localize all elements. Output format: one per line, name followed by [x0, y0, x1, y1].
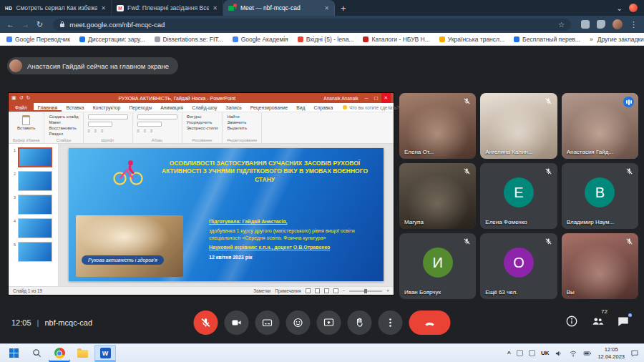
ribbon-button[interactable]: Упорядочить	[187, 120, 218, 125]
end-call-button[interactable]	[409, 310, 451, 335]
browser-tab-1[interactable]: HD Смотреть сериал Как избежать ✕	[0, 0, 112, 16]
redo-icon[interactable]: ↻	[26, 95, 31, 101]
browser-tab-2[interactable]: M Fwd: Пленарні засідання Всеук ✕	[112, 0, 223, 16]
slide-thumbnail[interactable]: 1	[11, 147, 55, 167]
browser-tab-meet[interactable]: Meet — nbf-mcqc-cad ✕	[223, 0, 335, 16]
participant-tile[interactable]: Анастасия Гайд...	[562, 93, 638, 159]
bookmark-item[interactable]: Бесплатный перев...	[514, 36, 580, 43]
zoom-in-icon[interactable]: +	[386, 288, 389, 293]
tray-app-icon[interactable]	[529, 350, 535, 356]
reload-icon[interactable]: ↻	[36, 21, 43, 29]
forward-icon[interactable]: →	[21, 21, 29, 29]
hidden-icons-chevron[interactable]: ^	[507, 350, 511, 357]
ribbon-control[interactable]	[137, 122, 162, 127]
tell-me-box[interactable]: Что вы хотите сделать?	[343, 103, 399, 112]
undo-icon[interactable]: ↺	[19, 95, 24, 101]
minimize-icon[interactable]: ─	[362, 93, 371, 103]
ribbon-button[interactable]: Макет	[49, 120, 78, 125]
participant-tile[interactable]: Ангелина Калин...	[480, 93, 557, 159]
ppt-ribbon-tab[interactable]: Запись	[221, 103, 245, 112]
bookmark-star-icon[interactable]: ☆	[558, 21, 565, 29]
ppt-ribbon-tab[interactable]: Рецензирование	[246, 103, 292, 112]
taskbar-chrome-button[interactable]	[49, 345, 70, 362]
taskbar-clock[interactable]: 12:05 12.04.2023	[597, 346, 625, 361]
normal-view-icon[interactable]	[306, 288, 311, 293]
bookmark-item[interactable]: Вхідні (5) - lena...	[298, 36, 354, 43]
close-tab-icon[interactable]: ✕	[324, 5, 329, 11]
bookmark-item[interactable]: Українська трансл...	[439, 36, 504, 43]
ribbon-button[interactable]: Заменить	[227, 120, 257, 125]
zoom-slider[interactable]	[349, 290, 382, 292]
ppt-ribbon-tab[interactable]: Слайд-шоу	[187, 103, 221, 112]
profile-avatar[interactable]	[613, 19, 623, 29]
browser-menu-icon[interactable]: ⋮	[630, 20, 638, 29]
ppt-ribbon-tab[interactable]: Файл	[9, 103, 34, 112]
ribbon-button[interactable]: Выделить	[227, 126, 257, 131]
participants-button[interactable]: 72	[591, 315, 604, 328]
camera-button[interactable]	[225, 310, 249, 335]
ribbon-control[interactable]	[137, 114, 177, 119]
chat-button[interactable]	[617, 315, 630, 328]
language-indicator[interactable]: UK	[541, 350, 550, 356]
tab-search-chevron-icon[interactable]: ⌄	[617, 4, 623, 12]
reading-view-icon[interactable]	[324, 288, 329, 293]
notes-button[interactable]: Заметки	[253, 288, 270, 293]
action-center-icon[interactable]	[630, 349, 639, 358]
ribbon-button[interactable]: Вставить	[13, 114, 39, 131]
slide-sorter-icon[interactable]	[315, 288, 320, 293]
participant-tile[interactable]: Магупа	[399, 163, 476, 229]
ribbon-control[interactable]	[88, 114, 128, 119]
present-screen-button[interactable]	[317, 310, 341, 335]
new-tab-button[interactable]: +	[341, 3, 346, 14]
raise-hand-button[interactable]	[348, 310, 372, 335]
ppt-ribbon-tab[interactable]: Справка	[310, 103, 338, 112]
ribbon-button[interactable]: Экспресс-стили	[187, 126, 218, 131]
ribbon-button[interactable]: Найти	[227, 114, 257, 119]
extension-icon[interactable]	[581, 20, 590, 29]
taskbar-explorer-button[interactable]	[72, 345, 93, 362]
taskbar-word-button[interactable]: W	[94, 345, 116, 362]
participant-tile[interactable]: В Владимир Наум...	[562, 163, 638, 229]
ppt-ribbon-tab[interactable]: Вставка	[62, 103, 88, 112]
slide-thumbnail[interactable]: 3	[11, 195, 55, 215]
slideshow-icon[interactable]	[333, 288, 338, 293]
ribbon-button[interactable]: Создать слайд	[49, 114, 78, 119]
more-options-button[interactable]	[379, 310, 403, 335]
participant-tile[interactable]: Е Елена Фоменко	[480, 163, 557, 229]
restore-icon[interactable]: ▢	[371, 93, 381, 103]
ppt-ribbon-tab[interactable]: Вид	[292, 103, 309, 112]
slide-thumbnail[interactable]: 4	[11, 218, 55, 238]
close-tab-icon[interactable]: ✕	[213, 5, 218, 11]
ribbon-control-row[interactable]: ≡ ≡ ≡	[137, 129, 177, 133]
slide-thumbnail[interactable]: 5	[11, 242, 55, 262]
ribbon-button[interactable]: Восстановить	[49, 126, 78, 131]
network-icon[interactable]	[569, 349, 577, 358]
save-icon[interactable]: ▣	[11, 95, 16, 101]
meeting-details-button[interactable]	[565, 315, 578, 328]
ribbon-control[interactable]	[88, 122, 112, 127]
search-button[interactable]	[26, 345, 47, 362]
volume-icon[interactable]	[555, 349, 563, 358]
bookmark-item[interactable]: Каталоги - НБУВ Н...	[363, 36, 429, 43]
close-tab-icon[interactable]: ✕	[101, 5, 106, 11]
bookmarks-overflow-chevron[interactable]: »	[590, 36, 593, 43]
start-button[interactable]	[3, 345, 24, 362]
comments-button[interactable]: Примечания	[275, 288, 301, 293]
close-icon[interactable]: ✕	[381, 93, 391, 103]
slide-thumbnail[interactable]: 2	[11, 171, 55, 191]
tray-app-icon[interactable]	[517, 350, 523, 356]
ribbon-button[interactable]: Раздел	[49, 132, 78, 137]
ppt-ribbon-tab[interactable]: Переходы	[125, 103, 156, 112]
participant-tile[interactable]: О Ещё 63 чел.	[480, 233, 557, 299]
battery-icon[interactable]	[583, 349, 592, 358]
participant-tile[interactable]: Елена От...	[399, 93, 476, 159]
participant-tile[interactable]: И Иван Боярчук	[399, 233, 476, 299]
ppt-ribbon-tab[interactable]: Главная	[34, 103, 62, 112]
ribbon-control-row[interactable]: ≡ ≡ ≡	[88, 129, 128, 133]
mic-off-button[interactable]	[194, 310, 218, 335]
captions-button[interactable]	[255, 310, 280, 335]
bookmark-item[interactable]: Dissertations.se: FIT...	[155, 36, 223, 43]
bookmark-item[interactable]: Диссертации: зару...	[79, 36, 145, 43]
bookmark-item[interactable]: Google Академія	[233, 36, 288, 43]
back-icon[interactable]: ←	[6, 21, 14, 29]
